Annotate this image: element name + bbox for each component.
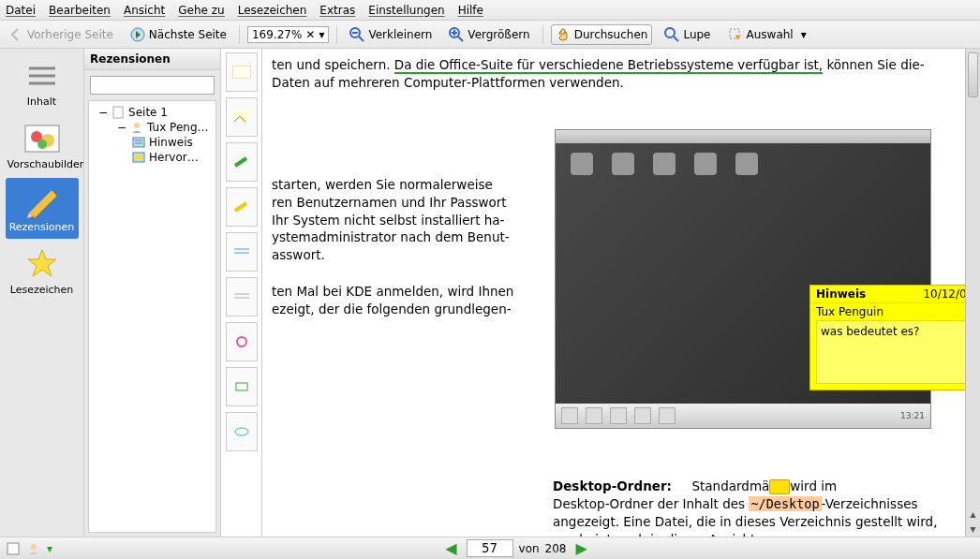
chevron-down-icon[interactable]: ▾ bbox=[319, 28, 324, 41]
select-label: Auswahl bbox=[747, 28, 794, 41]
taskbar-icon bbox=[634, 407, 651, 424]
thumbnail[interactable] bbox=[226, 232, 258, 272]
svg-rect-24 bbox=[135, 155, 142, 158]
chevron-down-icon[interactable]: ▾ bbox=[801, 28, 807, 41]
tree-author-label: Tux Peng… bbox=[147, 121, 208, 134]
thumbnail[interactable] bbox=[226, 142, 258, 182]
menu-view[interactable]: Ansicht bbox=[124, 4, 165, 17]
menu-goto[interactable]: Gehe zu bbox=[178, 4, 224, 17]
zoom-in-button[interactable]: Vergrößern bbox=[444, 24, 534, 45]
menu-bookmarks[interactable]: Lesezeichen bbox=[238, 4, 307, 17]
zoom-out-button[interactable]: Verkleinern bbox=[345, 24, 437, 45]
desktop-icon bbox=[653, 153, 676, 175]
arrow-right-icon bbox=[130, 27, 145, 42]
svg-point-8 bbox=[665, 28, 675, 37]
menu-help[interactable]: Hilfe bbox=[458, 4, 483, 17]
annotation-body: Tux Penguin was bedeutet es? bbox=[810, 302, 965, 390]
clear-icon[interactable]: ✕ bbox=[305, 28, 315, 41]
desktop-ordner-section: Desktop-Ordner: Standardmäwird im Deskto… bbox=[553, 478, 939, 537]
reviews-search-input[interactable] bbox=[90, 76, 215, 95]
next-page-button[interactable]: Nächste Seite bbox=[126, 24, 231, 45]
taskbar-icon bbox=[586, 407, 602, 424]
thumbnail[interactable] bbox=[226, 277, 258, 316]
browse-button[interactable]: Durchsuchen bbox=[551, 24, 653, 45]
tab-thumbnails-label: Vorschaubilder bbox=[7, 158, 84, 170]
main-area: Inhalt Vorschaubilder Rezensionen Leseze… bbox=[0, 49, 980, 537]
thumbnail[interactable] bbox=[226, 97, 258, 137]
zoom-in-label: Vergrößern bbox=[468, 28, 529, 41]
menu-settings[interactable]: Einstellungen bbox=[368, 4, 444, 17]
page-number-input[interactable] bbox=[467, 539, 513, 557]
side-panel: Inhalt Vorschaubilder Rezensionen Leseze… bbox=[0, 49, 84, 537]
thumbnail[interactable] bbox=[226, 412, 258, 451]
thumbnail-strip bbox=[221, 49, 262, 537]
tree-author[interactable]: − Tux Peng… bbox=[91, 120, 214, 135]
text-fragment: ten und speichern. bbox=[272, 57, 394, 72]
vertical-scrollbar[interactable]: ▴ ▾ bbox=[965, 49, 980, 537]
tab-contents-label: Inhalt bbox=[27, 96, 56, 108]
svg-rect-34 bbox=[7, 543, 19, 554]
reviews-tree: − Seite 1 − Tux Peng… Hinweis Hervor… bbox=[88, 100, 216, 533]
thumbnail[interactable] bbox=[226, 187, 258, 227]
menu-file[interactable]: Datei bbox=[6, 4, 36, 17]
page-layout-icon[interactable] bbox=[6, 541, 21, 556]
annotation-timestamp: 10/12/09 14:48:04 bbox=[923, 287, 965, 301]
tree-page[interactable]: − Seite 1 bbox=[91, 105, 214, 120]
thumbnail[interactable] bbox=[226, 367, 258, 406]
annotation-text[interactable]: was bedeutet es? bbox=[816, 320, 965, 384]
thumbnails-icon bbox=[20, 121, 65, 156]
prev-page-nav[interactable]: ◀ bbox=[441, 539, 460, 557]
separator bbox=[239, 25, 240, 44]
tab-contents[interactable]: Inhalt bbox=[6, 52, 79, 113]
document-area: ten und speichern. Da die Office-Suite f… bbox=[221, 49, 980, 537]
tab-bookmarks[interactable]: Lesezeichen bbox=[6, 241, 79, 302]
highlighted-text[interactable]: Da die Office-Suite für verschiedene Bet… bbox=[394, 57, 823, 74]
inline-note-icon[interactable] bbox=[769, 479, 790, 494]
user-icon[interactable] bbox=[26, 541, 41, 556]
scrollbar-handle[interactable] bbox=[968, 52, 978, 97]
thumbnail[interactable] bbox=[226, 52, 258, 92]
select-button[interactable]: Auswahl ▾ bbox=[723, 24, 811, 45]
zoom-combo[interactable]: 169.27% ✕ ▾ bbox=[247, 26, 329, 43]
text-fragment: Standardmä bbox=[691, 478, 769, 493]
desktop-icon bbox=[735, 153, 758, 175]
svg-rect-20 bbox=[133, 138, 144, 147]
annotation-popup[interactable]: Hinweis 10/12/09 14:48:04 ✕ Tux Penguin … bbox=[809, 285, 965, 390]
zoom-out-icon bbox=[349, 27, 364, 42]
screenshot-taskbar: 13:21 bbox=[556, 404, 930, 428]
separator bbox=[336, 25, 337, 44]
svg-rect-18 bbox=[113, 107, 123, 118]
dropdown-icon[interactable]: ▾ bbox=[47, 542, 52, 555]
contents-icon bbox=[20, 58, 65, 94]
text-paragraph: starten, werden Sie normalerweise ren Be… bbox=[272, 176, 515, 264]
zoom-out-label: Verkleinern bbox=[368, 28, 432, 41]
collapse-icon[interactable]: − bbox=[98, 106, 108, 119]
tab-reviews[interactable]: Rezensionen bbox=[6, 178, 79, 239]
menu-edit[interactable]: Bearbeiten bbox=[49, 4, 111, 17]
tree-note[interactable]: Hinweis bbox=[91, 135, 214, 150]
next-page-nav[interactable]: ▶ bbox=[572, 539, 591, 557]
menu-extras[interactable]: Extras bbox=[319, 4, 355, 17]
bookmarks-icon bbox=[20, 246, 65, 282]
reviews-icon bbox=[20, 184, 65, 219]
code-path: ~/Desktop bbox=[749, 496, 821, 511]
statusbar: ▾ ◀ von 208 ▶ bbox=[0, 537, 980, 559]
taskbar-icon bbox=[610, 407, 627, 424]
page-of-label: von bbox=[519, 542, 540, 555]
reviews-title: Rezensionen bbox=[84, 49, 220, 70]
arrow-left-icon bbox=[8, 27, 23, 42]
loupe-button[interactable]: Lupe bbox=[660, 24, 715, 45]
thumbnail[interactable] bbox=[226, 322, 258, 361]
page-total: 208 bbox=[545, 542, 567, 555]
scroll-up-icon[interactable]: ▴ bbox=[966, 507, 980, 522]
screenshot-titlebar bbox=[556, 130, 930, 143]
document-page[interactable]: ten und speichern. Da die Office-Suite f… bbox=[262, 49, 965, 537]
collapse-icon[interactable]: − bbox=[117, 121, 126, 134]
tree-highlight-label: Hervor… bbox=[149, 151, 199, 164]
annotation-title: Hinweis bbox=[816, 287, 866, 301]
taskbar-icon bbox=[561, 407, 578, 424]
tree-highlight[interactable]: Hervor… bbox=[91, 150, 214, 165]
scroll-down-icon[interactable]: ▾ bbox=[966, 522, 980, 537]
tab-thumbnails[interactable]: Vorschaubilder bbox=[6, 115, 79, 176]
svg-line-9 bbox=[674, 37, 678, 41]
